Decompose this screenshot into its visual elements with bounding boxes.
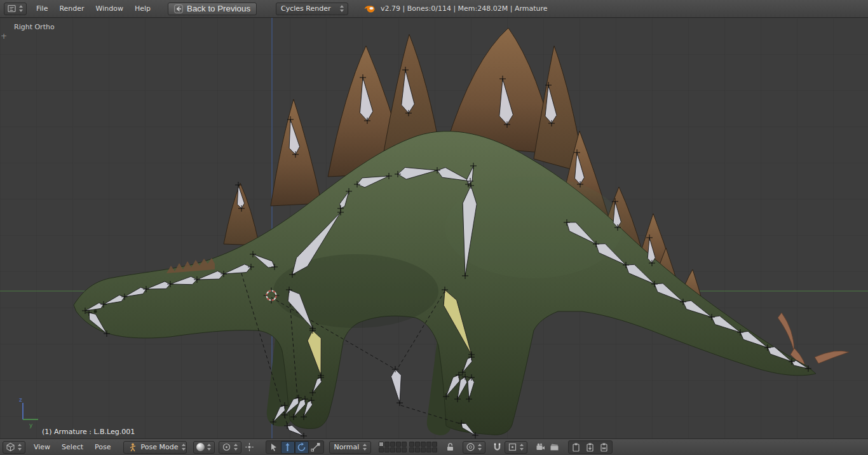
status-text: v2.79 | Bones:0/114 | Mem:248.02M | Arma… (381, 4, 548, 13)
copy-pose-icon (571, 442, 581, 452)
menu-pose[interactable]: Pose (89, 440, 116, 454)
render-animation-icon (550, 442, 559, 452)
render-camera-icon (536, 442, 545, 452)
snap-element-dropdown[interactable] (505, 441, 527, 454)
dropdown-arrows-icon (478, 444, 482, 451)
translate-manipulator-icon (283, 442, 292, 452)
rotate-manipulator-toggle[interactable] (295, 441, 309, 454)
copy-pose-button[interactable] (569, 441, 583, 454)
top-header: File Render Window Help Back to Previous… (0, 0, 868, 18)
bottom-header: View Select Pose Pose Mode (0, 438, 868, 455)
layer-cell[interactable] (421, 442, 426, 447)
back-to-previous-button[interactable]: Back to Previous (168, 3, 257, 15)
translate-manipulator-toggle[interactable] (281, 441, 295, 454)
opengl-render-button[interactable] (534, 441, 548, 454)
menu-file[interactable]: File (31, 2, 53, 15)
layer-cell[interactable] (390, 447, 395, 452)
layer-cell[interactable] (432, 447, 437, 452)
pivot-align-toggle[interactable] (243, 441, 257, 454)
paste-flipped-pose-button[interactable] (597, 441, 611, 454)
manipulator-toggles (266, 440, 324, 454)
render-engine-dropdown[interactable]: Cycles Render (276, 3, 348, 15)
layer-cell[interactable] (396, 447, 401, 452)
layer-cell[interactable] (409, 447, 414, 452)
rotate-manipulator-icon (297, 442, 306, 452)
shading-sphere-icon (196, 443, 205, 451)
paste-flipped-pose-icon (599, 442, 609, 452)
lock-to-scene-toggle[interactable] (444, 441, 458, 454)
layer-cell[interactable] (409, 442, 414, 447)
layer-cell[interactable] (402, 447, 407, 452)
region-expand-icon[interactable]: + (1, 33, 7, 39)
gizmo-y-label: y (29, 422, 33, 428)
layer-cell[interactable] (379, 442, 384, 447)
lock-icon (445, 442, 455, 452)
layer-cell[interactable] (426, 442, 431, 447)
menu-window[interactable]: Window (90, 2, 129, 15)
layers-widget (379, 442, 437, 452)
layer-cell[interactable] (432, 442, 437, 447)
proportional-edit-icon (466, 442, 475, 452)
layer-cell[interactable] (384, 442, 390, 447)
scene-3d: z y (0, 18, 868, 438)
back-arrow-icon (174, 4, 183, 13)
layer-cell[interactable] (421, 447, 426, 452)
layer-cell[interactable] (426, 447, 431, 452)
dropdown-arrows-icon (18, 444, 22, 451)
viewport-3d[interactable]: z y Right Ortho (1) Armature : L.B.Leg.0… (0, 18, 868, 438)
proportional-edit-dropdown[interactable] (463, 441, 485, 454)
paste-pose-icon (585, 442, 595, 452)
mode-label: Pose Mode (141, 443, 179, 451)
scale-manipulator-toggle[interactable] (309, 441, 323, 454)
dropdown-arrows-icon (207, 444, 212, 451)
scale-manipulator-icon (311, 442, 320, 452)
layer-cell[interactable] (379, 447, 384, 452)
dropdown-arrows-icon (19, 5, 24, 12)
render-engine-label: Cycles Render (281, 4, 336, 13)
dropdown-arrows-icon (182, 444, 186, 451)
layer-cell[interactable] (390, 442, 395, 447)
blender-logo-icon (363, 4, 376, 13)
snap-magnet-icon (492, 442, 502, 452)
dropdown-arrows-icon (520, 444, 524, 451)
menu-view[interactable]: View (28, 440, 56, 454)
layer-cell[interactable] (384, 447, 390, 452)
viewport-menus: View Select Pose (28, 440, 117, 454)
orientation-label: Normal (334, 443, 360, 451)
layers-group-2 (409, 442, 437, 452)
pivot-point-dropdown[interactable] (219, 441, 241, 454)
dropdown-arrows-icon (340, 5, 344, 12)
layer-cell[interactable] (415, 442, 420, 447)
editor-type-selector[interactable] (3, 441, 25, 454)
view-name-label: Right Ortho (14, 23, 55, 31)
active-object-label: (1) Armature : L.B.Leg.001 (42, 428, 135, 436)
menu-select[interactable]: Select (56, 440, 89, 454)
main-menus: File Render Window Help (31, 2, 156, 15)
mode-dropdown[interactable]: Pose Mode (123, 441, 187, 454)
viewport-editor-icon (6, 442, 15, 452)
blender-window: File Render Window Help Back to Previous… (0, 0, 868, 455)
pivot-point-icon (222, 442, 231, 452)
pose-clipboard-group (568, 440, 613, 454)
layer-cell[interactable] (402, 442, 407, 447)
editor-type-selector[interactable] (4, 3, 27, 15)
paste-pose-button[interactable] (583, 441, 597, 454)
layer-cell[interactable] (396, 442, 401, 447)
pose-mode-icon (128, 443, 137, 452)
dropdown-arrows-icon (363, 444, 367, 451)
menu-render[interactable]: Render (53, 2, 90, 15)
layers-group-1 (379, 442, 407, 452)
menu-help[interactable]: Help (129, 2, 156, 15)
layer-cell[interactable] (415, 447, 420, 452)
back-button-label: Back to Previous (187, 4, 250, 13)
snap-element-icon (508, 442, 517, 452)
transform-orientation-dropdown[interactable]: Normal (329, 441, 371, 454)
viewport-shading-dropdown[interactable] (193, 441, 215, 454)
opengl-render-anim-button[interactable] (548, 441, 562, 454)
eye (94, 310, 97, 313)
pivot-align-icon (245, 442, 254, 452)
gizmo-z-label: z (19, 397, 22, 403)
dropdown-arrows-icon (234, 444, 238, 451)
snap-toggle[interactable] (491, 441, 505, 454)
manipulator-toggle[interactable] (267, 441, 281, 454)
